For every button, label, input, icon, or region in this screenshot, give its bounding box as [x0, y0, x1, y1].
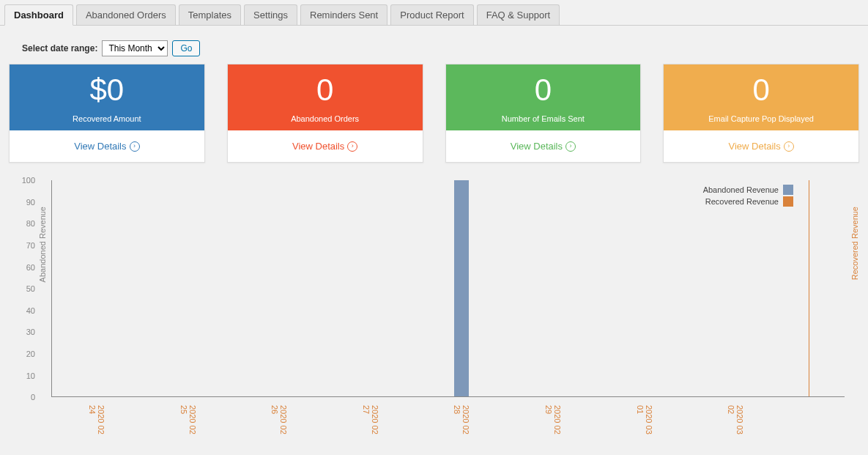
left-axis-line	[51, 180, 52, 396]
date-range-row: Select date range: This Month Go	[0, 26, 868, 64]
view-details-text: View Details	[728, 141, 780, 152]
go-button[interactable]: Go	[172, 40, 200, 56]
stat-card-yellow: 0Email Capture Pop DisplayedView Details…	[663, 64, 859, 163]
stat-label: Abandoned Orders	[231, 114, 419, 123]
plot-area: Abandoned RevenueRecovered Revenue	[51, 180, 845, 397]
y-axis-ticks: 0102030405060708090100	[9, 180, 38, 397]
stat-value: 0	[450, 73, 637, 107]
y-tick: 80	[26, 219, 35, 228]
legend-label: Abandoned Revenue	[703, 185, 779, 194]
y-tick: 40	[26, 306, 35, 315]
stat-card-blue: $0Recovered AmountView Details›	[9, 64, 205, 163]
stat-label: Number of Emails Sent	[450, 114, 637, 123]
legend-swatch-icon	[783, 196, 793, 207]
tab-settings[interactable]: Settings	[244, 4, 297, 25]
y-tick: 0	[31, 393, 35, 402]
arrow-right-icon: ›	[130, 141, 140, 152]
x-tick: 2020 02 27	[362, 405, 379, 441]
view-details-link[interactable]: View Details›	[446, 130, 641, 162]
view-details-text: View Details	[511, 141, 563, 152]
chart-legend: Abandoned RevenueRecovered Revenue	[703, 185, 793, 208]
stat-card-top: $0Recovered Amount	[10, 64, 204, 130]
x-tick: 2020 02 24	[88, 405, 105, 441]
arrow-right-icon: ›	[784, 141, 794, 152]
stat-value: 0	[667, 73, 855, 107]
x-axis-ticks: 2020 02 242020 02 252020 02 262020 02 27…	[51, 401, 845, 441]
view-details-text: View Details	[74, 141, 126, 152]
view-details-link[interactable]: View Details›	[664, 130, 858, 162]
legend-swatch-icon	[783, 185, 793, 195]
view-details-text: View Details	[292, 141, 344, 152]
stat-card-top: 0Number of Emails Sent	[446, 64, 641, 130]
y-tick: 50	[26, 284, 35, 293]
x-tick: 2020 03 02	[727, 405, 744, 441]
arrow-right-icon: ›	[565, 141, 576, 152]
tab-dashboard[interactable]: Dashboard	[4, 4, 73, 26]
stat-card-green: 0Number of Emails SentView Details›	[445, 64, 642, 163]
tab-faq-support[interactable]: FAQ & Support	[477, 4, 560, 25]
view-details-link[interactable]: View Details›	[10, 130, 204, 162]
date-range-label: Select date range:	[22, 43, 97, 53]
stat-label: Email Capture Pop Displayed	[667, 114, 855, 123]
y-tick: 30	[26, 328, 35, 336]
x-tick: 2020 02 28	[453, 405, 470, 441]
tabs: DashboardAbandoned OrdersTemplatesSettin…	[0, 0, 868, 26]
tab-templates[interactable]: Templates	[179, 4, 241, 25]
y-axis-right-label: Recovered Revenue	[850, 207, 859, 280]
tab-abandoned-orders[interactable]: Abandoned Orders	[76, 4, 176, 25]
x-tick: 2020 03 01	[636, 405, 653, 441]
stat-card-top: 0Abandoned Orders	[228, 64, 423, 130]
stat-card-orange: 0Abandoned OrdersView Details›	[227, 64, 423, 163]
y-tick: 70	[26, 241, 35, 250]
x-tick: 2020 02 29	[544, 405, 562, 441]
y-axis-left-label: Abandoned Revenue	[38, 207, 47, 282]
revenue-chart: 0102030405060708090100 Abandoned Revenue…	[9, 177, 859, 441]
y-tick: 10	[26, 371, 35, 380]
x-tick: 2020 02 26	[270, 405, 288, 441]
stat-value: $0	[13, 73, 201, 107]
stat-card-top: 0Email Capture Pop Displayed	[664, 64, 858, 130]
y-tick: 60	[26, 263, 35, 272]
stat-label: Recovered Amount	[13, 114, 201, 123]
y-tick: 90	[26, 198, 35, 207]
bar	[454, 180, 469, 396]
stat-value: 0	[231, 73, 419, 107]
x-tick: 2020 02 25	[179, 405, 197, 441]
legend-item: Abandoned Revenue	[703, 185, 793, 195]
right-axis-line	[809, 180, 809, 396]
legend-label: Recovered Revenue	[705, 197, 779, 206]
y-tick: 100	[22, 176, 35, 185]
y-tick: 20	[26, 349, 35, 358]
legend-item: Recovered Revenue	[703, 196, 793, 207]
arrow-right-icon: ›	[347, 141, 357, 152]
view-details-link[interactable]: View Details›	[228, 130, 423, 162]
stat-cards: $0Recovered AmountView Details›0Abandone…	[0, 64, 868, 171]
tab-product-report[interactable]: Product Report	[390, 4, 473, 25]
date-range-select[interactable]: This Month	[102, 40, 168, 56]
tab-reminders-sent[interactable]: Reminders Sent	[300, 4, 387, 25]
